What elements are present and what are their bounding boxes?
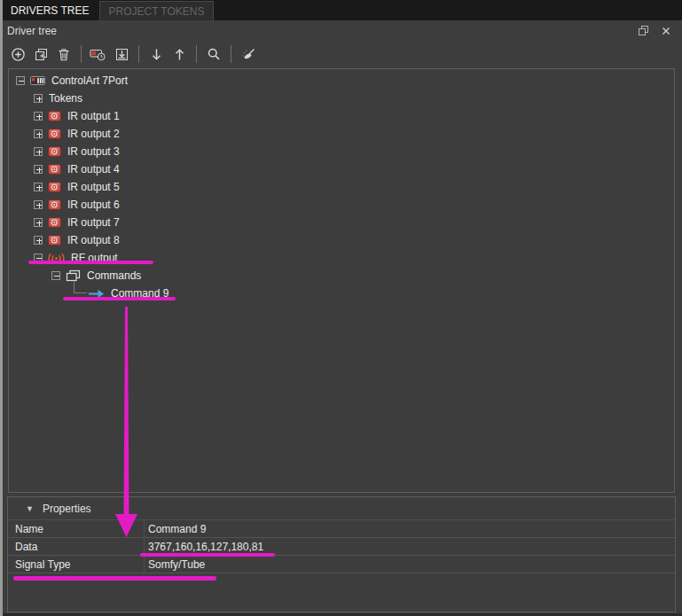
close-panel-icon[interactable] bbox=[659, 24, 673, 38]
tree-item-label: IR output 1 bbox=[67, 110, 120, 122]
clean-icon bbox=[240, 47, 256, 62]
property-row-data: Data3767,160,16,127,180,81 bbox=[8, 538, 675, 556]
arrow-annotation bbox=[111, 307, 142, 539]
search-icon bbox=[207, 47, 221, 61]
expand-icon[interactable] bbox=[34, 112, 43, 121]
delete-driver-icon bbox=[57, 47, 71, 62]
driver-database-button[interactable] bbox=[88, 43, 109, 65]
tree-item-label: Commands bbox=[87, 269, 141, 282]
property-row-name: NameCommand 9 bbox=[8, 520, 675, 538]
left-splitter[interactable] bbox=[0, 0, 3, 616]
tree-item-label: IR output 3 bbox=[67, 145, 120, 158]
ir-icon bbox=[48, 199, 61, 210]
tree-item-label: IR output 5 bbox=[67, 181, 120, 193]
tab-drivers-tree[interactable]: DRIVERS TREE bbox=[3, 0, 97, 20]
tree-connector-line bbox=[74, 281, 87, 293]
tree-item-tokens[interactable]: Tokens bbox=[9, 90, 674, 107]
ir-icon bbox=[48, 182, 61, 192]
expand-icon[interactable] bbox=[34, 183, 43, 191]
tree-item-ir-output-2[interactable]: IR output 2 bbox=[9, 125, 674, 143]
tree-item-ir-output-8[interactable]: IR output 8 bbox=[9, 231, 674, 249]
device-icon bbox=[30, 76, 45, 85]
move-down-icon bbox=[150, 47, 163, 62]
driver-toolbar bbox=[0, 41, 682, 67]
toolbar-separator bbox=[138, 45, 139, 63]
ir-icon bbox=[48, 164, 61, 175]
import-driver-icon bbox=[114, 47, 129, 62]
signal-type-underline-annotation bbox=[13, 576, 216, 581]
delete-driver-button[interactable] bbox=[53, 43, 74, 65]
move-up-icon bbox=[173, 47, 186, 62]
expand-icon[interactable] bbox=[34, 236, 43, 245]
ir-icon bbox=[48, 235, 61, 246]
properties-panel: ▼ Properties NameCommand 9Data3767,160,1… bbox=[7, 496, 676, 612]
tree-item-ir-output-3[interactable]: IR output 3 bbox=[9, 143, 674, 160]
import-driver-button[interactable] bbox=[111, 43, 132, 65]
property-label: Signal Type bbox=[8, 556, 145, 573]
toolbar-separator bbox=[196, 45, 197, 63]
tree-item-controlart-7port[interactable]: ControlArt 7Port bbox=[9, 72, 674, 90]
toolbar-separator bbox=[231, 45, 231, 63]
properties-header[interactable]: ▼ Properties bbox=[8, 497, 675, 520]
collapse-chevron-icon: ▼ bbox=[26, 504, 34, 513]
driver-tree: ControlArt 7PortTokensIR output 1IR outp… bbox=[8, 68, 675, 493]
property-row-signal-type: Signal TypeSomfy/Tube bbox=[8, 556, 675, 573]
tree-item-ir-output-1[interactable]: IR output 1 bbox=[9, 107, 674, 125]
ir-icon bbox=[48, 111, 61, 121]
tree-item-label: IR output 8 bbox=[67, 234, 120, 246]
add-driver-button[interactable] bbox=[7, 43, 28, 65]
expand-icon[interactable] bbox=[34, 94, 43, 103]
tab-project-tokens[interactable]: PROJECT TOKENS bbox=[99, 1, 213, 20]
collapse-icon[interactable] bbox=[16, 76, 25, 85]
tree-item-commands[interactable]: Commands bbox=[9, 267, 674, 285]
tree-item-label: IR output 4 bbox=[67, 163, 120, 175]
search-button[interactable] bbox=[203, 43, 224, 65]
collapse-icon[interactable] bbox=[51, 271, 60, 280]
tree-item-ir-output-4[interactable]: IR output 4 bbox=[9, 160, 674, 178]
expand-icon[interactable] bbox=[34, 218, 43, 227]
ir-icon bbox=[48, 129, 61, 139]
duplicate-driver-icon bbox=[34, 47, 49, 62]
rf-output-underline-annotation bbox=[28, 261, 153, 264]
move-down-button[interactable] bbox=[145, 43, 167, 65]
tree-item-label: IR output 7 bbox=[67, 216, 120, 229]
property-label: Data bbox=[8, 538, 145, 555]
data-value-underline-annotation bbox=[140, 553, 275, 557]
panel-titlebar: Driver tree bbox=[0, 20, 682, 41]
folder-icon bbox=[66, 269, 81, 282]
duplicate-driver-button[interactable] bbox=[30, 43, 51, 65]
expand-icon[interactable] bbox=[34, 129, 43, 138]
move-up-button[interactable] bbox=[169, 43, 190, 65]
ir-icon bbox=[48, 146, 61, 157]
tree-item-ir-output-7[interactable]: IR output 7 bbox=[9, 214, 674, 231]
tree-item-ir-output-6[interactable]: IR output 6 bbox=[9, 196, 674, 214]
expand-icon[interactable] bbox=[34, 147, 43, 156]
expand-icon[interactable] bbox=[34, 165, 43, 174]
tree-item-label: ControlArt 7Port bbox=[51, 74, 128, 87]
tree-item-label: IR output 2 bbox=[67, 128, 120, 140]
toolbar-separator bbox=[81, 45, 82, 63]
dock-tabbar: DRIVERS TREE PROJECT TOKENS bbox=[0, 0, 682, 20]
tree-item-ir-output-5[interactable]: IR output 5 bbox=[9, 178, 674, 196]
panel-title: Driver tree bbox=[7, 25, 57, 37]
driver-database-icon bbox=[90, 47, 107, 61]
command-9-underline-annotation bbox=[63, 297, 176, 300]
clean-button[interactable] bbox=[238, 43, 259, 65]
tree-item-label: IR output 6 bbox=[67, 199, 120, 211]
float-panel-icon[interactable] bbox=[636, 24, 650, 38]
add-driver-icon bbox=[11, 47, 26, 62]
driver-tree-window: DRIVERS TREE PROJECT TOKENS Driver tree … bbox=[0, 0, 682, 616]
expand-icon[interactable] bbox=[34, 200, 43, 209]
property-value[interactable]: Command 9 bbox=[145, 520, 675, 537]
tree-item-rf-output[interactable]: RF output bbox=[9, 249, 674, 267]
tree-item-label: Tokens bbox=[49, 92, 82, 105]
ir-icon bbox=[48, 217, 61, 228]
properties-title: Properties bbox=[43, 503, 91, 515]
property-value[interactable]: Somfy/Tube bbox=[145, 556, 675, 573]
